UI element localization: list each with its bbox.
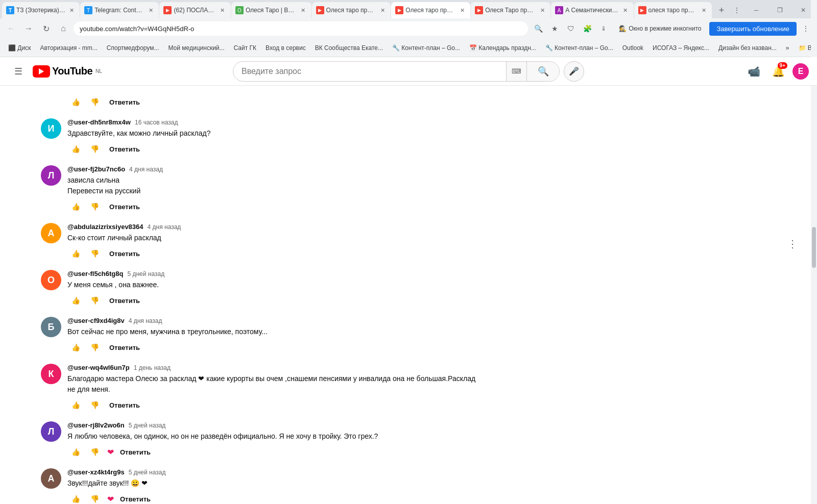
bookmark-auth[interactable]: Авторизация - mm... — [36, 42, 101, 54]
tab-7[interactable]: ▶ Олеся Таро про люб... ✕ — [471, 2, 550, 18]
reply-btn-6[interactable]: Ответить — [105, 399, 144, 411]
search-icon-btn[interactable]: 🔍 — [531, 21, 545, 36]
bookmark-sitegk[interactable]: Сайт ГК — [230, 42, 261, 54]
like-btn-partial[interactable]: 👍 — [67, 96, 84, 108]
minimize-btn[interactable]: ─ — [744, 2, 768, 18]
comment-author-7[interactable]: @user-rj8lv2wo6n — [67, 421, 125, 429]
tab-close-4[interactable]: ✕ — [299, 6, 307, 14]
dislike-btn-6[interactable]: 👎 — [86, 399, 103, 411]
bookmark-content1[interactable]: 🔧 Контент-план – Go... — [388, 42, 464, 54]
address-input[interactable] — [74, 21, 528, 36]
restore-btn[interactable]: ❐ — [768, 2, 791, 18]
update-btn[interactable]: Завершить обновление — [709, 22, 797, 36]
tab-close-8[interactable]: ✕ — [621, 6, 630, 14]
bookmark-sport[interactable]: Спортмедфорум... — [103, 42, 163, 54]
bookmark-login[interactable]: Вход в сервис — [261, 42, 310, 54]
back-btn[interactable]: ← — [4, 21, 18, 36]
like-btn-6[interactable]: 👍 — [67, 399, 84, 411]
dislike-btn-3[interactable]: 👎 — [86, 247, 103, 260]
bookmark-outlook[interactable]: Outlook — [618, 42, 647, 54]
reply-btn-8[interactable]: Ответить — [116, 493, 155, 505]
tab-8[interactable]: А А Семантический ана... ✕ — [551, 2, 633, 18]
tab-9[interactable]: ▶ олеся таро про люб... ✕ — [634, 2, 712, 18]
reply-btn-7[interactable]: Ответить — [116, 446, 155, 458]
bookmark-vk[interactable]: ВК Сообщества Екате... — [311, 42, 387, 54]
dislike-btn-5[interactable]: 👎 — [86, 341, 103, 354]
like-btn-1[interactable]: 👍 — [67, 143, 84, 155]
comment-avatar-6[interactable]: К — [41, 364, 61, 384]
hamburger-btn[interactable]: ☰ — [8, 61, 29, 82]
comment-avatar-7[interactable]: Л — [41, 421, 61, 442]
yt-search-btn[interactable]: 🔍 — [526, 61, 559, 82]
new-tab-btn[interactable]: + — [714, 3, 729, 17]
reply-btn-2[interactable]: Ответить — [105, 201, 144, 213]
comment-avatar-1[interactable]: И — [41, 118, 61, 139]
yt-search-input[interactable] — [233, 67, 506, 76]
yt-logo[interactable]: YouTube NL — [33, 65, 102, 78]
comment-author-6[interactable]: @user-wq4wl6un7p — [67, 364, 130, 371]
reply-btn-5[interactable]: Ответить — [105, 342, 144, 354]
comment-author-5[interactable]: @user-cf9xd4ig8v — [67, 317, 125, 324]
refresh-btn[interactable]: ↻ — [39, 21, 53, 36]
tab-menu-btn[interactable]: ⋮ — [730, 3, 744, 17]
like-btn-3[interactable]: 👍 — [67, 247, 84, 260]
tab-close-1[interactable]: ✕ — [67, 6, 76, 14]
bookmark-design[interactable]: Дизайн без назван... — [714, 42, 781, 54]
tab-close-5[interactable]: ✕ — [378, 6, 387, 14]
comment-avatar-8[interactable]: А — [41, 468, 61, 489]
forward-btn[interactable]: → — [21, 21, 36, 36]
dislike-btn-4[interactable]: 👎 — [86, 294, 103, 307]
comment-author-4[interactable]: @user-fl5ch6tg8q — [67, 270, 123, 278]
dislike-btn-7[interactable]: 👎 — [86, 446, 103, 458]
comment-author-3[interactable]: @abdulazizrixsiyev8364 — [67, 223, 143, 231]
tab-6[interactable]: ▶ Олеся таро про люб... ✕ — [391, 2, 470, 18]
tab-5[interactable]: ▶ Олеся таро про люб... ✕ — [312, 2, 391, 18]
extension-btn[interactable]: 🧩 — [580, 21, 594, 36]
bookmark-btn[interactable]: ★ — [547, 21, 562, 36]
bookmark-disk[interactable]: ⬛ Диск — [4, 42, 35, 54]
bookmark-content2[interactable]: 🔧 Контент-план – Go... — [541, 42, 617, 54]
bookmark-more[interactable]: » — [782, 42, 794, 54]
comment-author-1[interactable]: @user-dh5nr8mx4w — [67, 118, 131, 126]
like-btn-5[interactable]: 👍 — [67, 341, 84, 354]
tab-4[interactable]: О Олеся Таро | ВКонта... ✕ — [231, 2, 311, 18]
tab-1[interactable]: Т ТЗ (Эзотерика) – Ек... ✕ — [2, 2, 80, 18]
yt-avatar[interactable]: E — [792, 63, 809, 80]
dislike-btn-8[interactable]: 👎 — [86, 493, 103, 504]
comment-author-2[interactable]: @user-fj2bu7nc6o — [67, 165, 125, 173]
tab-3[interactable]: ▶ (62) ПОСЛАНИЕ ... ✕ — [159, 2, 230, 18]
download-btn[interactable]: ⇓ — [596, 21, 611, 36]
dislike-btn-partial[interactable]: 👎 — [86, 96, 103, 108]
keyboard-btn[interactable]: ⌨ — [506, 61, 526, 82]
scrollbar-thumb[interactable] — [812, 227, 816, 268]
tab-close-3[interactable]: ✕ — [219, 6, 227, 14]
reply-btn-partial[interactable]: Ответить — [105, 96, 144, 108]
reply-btn-1[interactable]: Ответить — [105, 143, 144, 155]
tab-close-2[interactable]: ✕ — [147, 6, 155, 14]
comment-avatar-4[interactable]: О — [41, 270, 61, 290]
bookmark-calendar[interactable]: 📅 Календарь праздн... — [465, 42, 540, 54]
home-btn[interactable]: ⌂ — [56, 21, 70, 36]
like-btn-7[interactable]: 👍 — [67, 446, 84, 458]
side-menu-btn[interactable]: ⋮ — [783, 235, 802, 253]
tab-close-9[interactable]: ✕ — [700, 6, 708, 14]
create-btn[interactable]: 📹 — [743, 61, 764, 82]
comment-avatar-5[interactable]: Б — [41, 317, 61, 337]
comment-author-8[interactable]: @user-xz4kt4rg9s — [67, 468, 125, 476]
tab-close-6[interactable]: ✕ — [458, 6, 466, 14]
reply-btn-4[interactable]: Ответить — [105, 295, 144, 307]
comment-avatar-3[interactable]: А — [41, 223, 61, 243]
incognito-btn[interactable]: 🕵 Окно в режиме инкогнито — [613, 23, 707, 34]
like-btn-4[interactable]: 👍 — [67, 294, 84, 307]
shield-icon-btn[interactable]: 🛡 — [564, 21, 578, 36]
like-btn-8[interactable]: 👍 — [67, 493, 84, 504]
dislike-btn-2[interactable]: 👎 — [86, 200, 103, 213]
like-btn-2[interactable]: 👍 — [67, 200, 84, 213]
tab-close-7[interactable]: ✕ — [538, 6, 546, 14]
reply-btn-3[interactable]: Ответить — [105, 248, 144, 260]
tab-2[interactable]: T Telegram: Contact @... ✕ — [80, 2, 159, 18]
notifications-btn[interactable]: 🔔 9+ — [768, 61, 788, 82]
bookmark-med[interactable]: Мой медицинский... — [164, 42, 228, 54]
bookmark-isogas[interactable]: ИСОГАЗ – Яндекс... — [648, 42, 713, 54]
yt-mic-btn[interactable]: 🎤 — [564, 61, 584, 82]
